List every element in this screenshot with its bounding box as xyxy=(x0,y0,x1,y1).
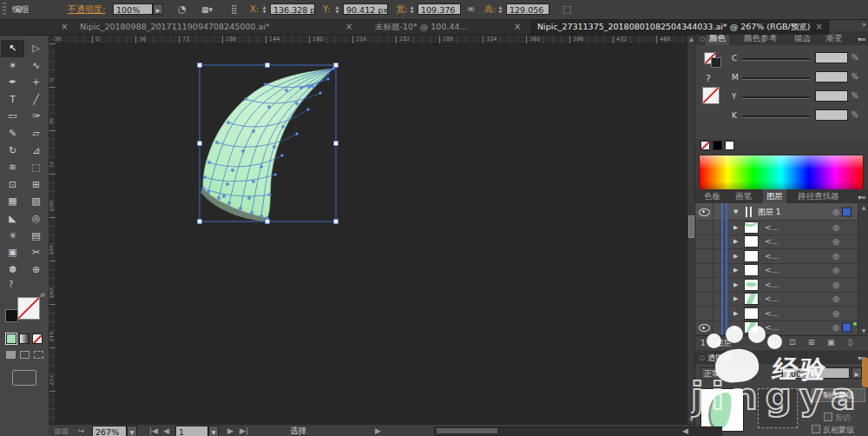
color-button[interactable] xyxy=(6,334,16,344)
visibility-cell[interactable] xyxy=(695,235,713,249)
expand-triangle-icon[interactable]: ▶ xyxy=(733,224,738,231)
gradient-tool[interactable]: ▧ xyxy=(24,193,48,210)
symbol-sprayer-tool[interactable]: ✳ xyxy=(1,228,24,245)
layers-scroll-up-icon[interactable]: ▲ xyxy=(858,203,868,212)
layer-thumbnail[interactable] xyxy=(744,264,759,276)
layer-thumbnail[interactable] xyxy=(744,279,759,291)
magic-wand-tool[interactable]: ✶ xyxy=(1,57,24,75)
draw-normal-icon[interactable] xyxy=(6,351,16,359)
tab-swatches[interactable]: 色板 xyxy=(700,189,724,203)
c-slider[interactable] xyxy=(742,58,810,61)
invert-mask-checkbox[interactable] xyxy=(812,425,820,433)
layers-panel-menu-icon[interactable]: ▾≡ xyxy=(858,194,865,201)
perspective-grid-tool[interactable]: ⊞ xyxy=(24,176,48,194)
swap-fill-stroke-icon[interactable]: ⇄ xyxy=(40,292,45,299)
target-circle-icon[interactable]: ◎ xyxy=(832,208,839,216)
layer-thumbnail[interactable] xyxy=(744,250,759,262)
sublayer-name[interactable]: <... xyxy=(765,223,779,232)
pen-tool[interactable]: ✒ xyxy=(1,74,24,91)
visibility-cell[interactable] xyxy=(695,203,713,220)
transp-opacity-arrow[interactable]: ▶ xyxy=(852,367,862,379)
layers-scroll-down-icon[interactable]: ▼ xyxy=(858,327,868,335)
question-swatch[interactable]: ? xyxy=(706,73,711,84)
horizontal-scroll-thumb[interactable] xyxy=(437,428,497,433)
none-color-swatch[interactable] xyxy=(702,87,720,104)
tab-pathfinder[interactable]: 路径查找器 xyxy=(794,189,843,203)
quick-black-swatch[interactable] xyxy=(713,141,722,150)
expand-triangle-icon[interactable]: ▶ xyxy=(733,238,738,245)
mini-stroke-swatch[interactable] xyxy=(711,57,721,68)
vertical-scroll-thumb[interactable] xyxy=(688,215,694,238)
fill-stroke-indicator[interactable]: ⇄ xyxy=(3,295,45,328)
quick-none-swatch[interactable] xyxy=(700,141,710,150)
pencil-tool[interactable]: ✎ xyxy=(1,125,24,142)
tab-overflow-icon[interactable]: » xyxy=(684,19,689,35)
layers-scrollbar[interactable]: ▲ ▼ xyxy=(858,203,868,335)
k-slider[interactable] xyxy=(742,116,810,118)
width-stepper[interactable]: ▲▼ xyxy=(408,3,416,15)
selection-chip[interactable] xyxy=(842,323,852,333)
m-slider[interactable] xyxy=(742,77,810,80)
line-tool[interactable]: ╱ xyxy=(24,91,48,109)
sublayer-name[interactable]: <... xyxy=(765,323,779,332)
visibility-cell[interactable] xyxy=(695,321,713,335)
visibility-cell[interactable] xyxy=(695,221,713,235)
color-panel-menu-icon[interactable]: ▾≡ xyxy=(858,36,865,43)
visibility-cell[interactable] xyxy=(695,293,713,307)
add-anchor-tool[interactable]: + xyxy=(24,74,48,91)
expand-triangle-icon[interactable]: ▶ xyxy=(733,253,738,260)
layer-thumbnail[interactable] xyxy=(744,321,759,334)
quick-white-swatch[interactable] xyxy=(725,141,734,150)
make-mask-button[interactable]: 制作蒙版 xyxy=(812,388,865,402)
artboard-tool[interactable]: ▣ xyxy=(1,244,24,261)
artboard-dropdown-arrow[interactable]: ▼ xyxy=(208,426,219,436)
sublayer-name[interactable]: <... xyxy=(765,252,779,261)
shape-builder-tool[interactable]: ⊡ xyxy=(1,176,24,194)
hscroll-left-icon[interactable]: ▶ xyxy=(375,425,381,436)
target-circle-icon[interactable]: ◎ xyxy=(832,281,839,289)
canvas[interactable]: -360367210814418021625228832436039643246… xyxy=(49,35,694,424)
eye-icon[interactable] xyxy=(699,324,710,332)
locate-object-icon[interactable]: ⊙ xyxy=(768,338,775,347)
expand-triangle-icon[interactable]: ▶ xyxy=(733,295,738,302)
reference-point-icon[interactable]: ⣿ xyxy=(231,0,237,19)
target-circle-icon[interactable]: ◎ xyxy=(832,323,839,332)
c-value-field[interactable] xyxy=(815,52,848,63)
sublayer-name[interactable]: <... xyxy=(765,309,779,318)
mesh-object[interactable] xyxy=(201,67,335,221)
object-thumbnail[interactable] xyxy=(700,388,744,432)
paintbrush-tool[interactable]: ✑ xyxy=(24,108,48,125)
eraser-tool[interactable]: ▱ xyxy=(24,125,48,142)
layer-thumbnail[interactable] xyxy=(744,293,759,305)
y-value-field[interactable] xyxy=(815,90,848,102)
opacity-label[interactable]: 不透明度: xyxy=(68,0,105,19)
k-value-field[interactable] xyxy=(815,109,848,121)
style-circle-icon[interactable]: ◔ xyxy=(178,0,187,19)
layer-thumbnail[interactable] xyxy=(744,307,759,320)
tab-document-3-active[interactable]: Nipic_27311375_20180801082504344033.ai* … xyxy=(531,19,829,35)
link-dimensions-icon[interactable]: ∞ xyxy=(467,0,475,19)
scale-tool[interactable]: ⊿ xyxy=(24,142,48,160)
width-tool[interactable]: ≋ xyxy=(1,159,24,176)
mask-thumbnail[interactable] xyxy=(758,388,798,428)
tab-document-2[interactable]: 未标题-10* @ 100.44... xyxy=(375,19,468,35)
target-circle-icon[interactable]: ◎ xyxy=(832,237,839,246)
stroke-none-swatch[interactable] xyxy=(17,297,40,320)
layer-name[interactable]: 图层 1 xyxy=(758,206,781,217)
target-circle-icon[interactable]: ◎ xyxy=(832,266,839,274)
free-transform-tool[interactable]: ⬚ xyxy=(24,159,48,176)
expand-triangle-icon[interactable]: ▶ xyxy=(733,281,738,288)
zoom-dropdown-arrow[interactable]: ▼ xyxy=(127,426,137,436)
opacity-dropdown-arrow[interactable]: ▶ xyxy=(153,3,163,15)
sublayer-name[interactable]: <... xyxy=(765,294,779,303)
zoom-tool[interactable]: ⊕ xyxy=(24,261,48,279)
blend-tool[interactable]: ◎ xyxy=(24,210,48,228)
first-artboard-icon[interactable]: |◀ xyxy=(149,425,158,436)
tab3-close-icon[interactable]: × xyxy=(815,19,822,35)
eye-icon[interactable] xyxy=(699,208,710,216)
tab1-close2-icon[interactable]: × xyxy=(345,19,352,35)
hand-tool[interactable]: ✽ xyxy=(1,261,24,279)
artboard-number-field[interactable]: 1 xyxy=(175,426,208,436)
hscroll-right-icon[interactable]: ◀ xyxy=(682,425,688,436)
none-button[interactable] xyxy=(32,334,43,344)
